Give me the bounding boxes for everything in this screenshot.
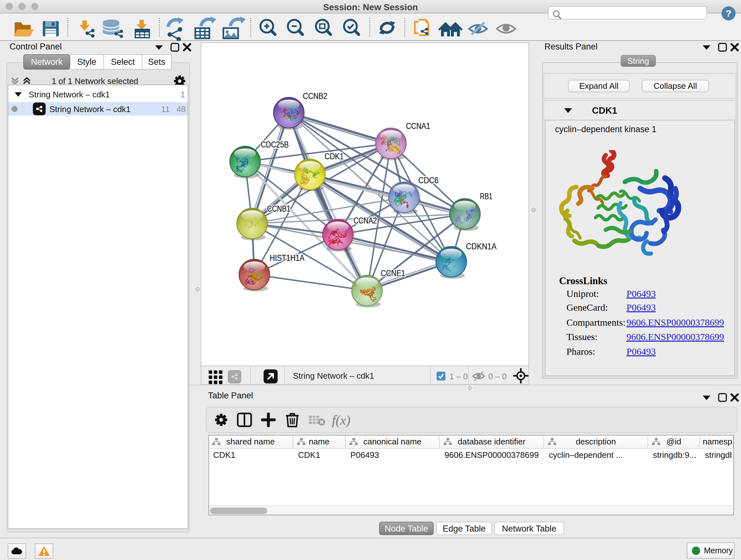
svg-text:CDK1: CDK1 xyxy=(325,152,344,161)
svg-text:HIST1H1A: HIST1H1A xyxy=(270,253,305,263)
svg-text:CCNE1: CCNE1 xyxy=(381,268,405,278)
svg-text:CDC6: CDC6 xyxy=(418,176,439,185)
svg-text:RB1: RB1 xyxy=(480,192,492,201)
svg-text:CCNB2: CCNB2 xyxy=(303,91,327,101)
svg-text:CCNB1: CCNB1 xyxy=(267,204,290,213)
svg-text:CDC25B: CDC25B xyxy=(261,140,289,149)
svg-text:CDKN1A: CDKN1A xyxy=(466,242,496,251)
svg-text:CCNA2: CCNA2 xyxy=(354,216,377,226)
svg-text:CCNA1: CCNA1 xyxy=(406,121,430,131)
